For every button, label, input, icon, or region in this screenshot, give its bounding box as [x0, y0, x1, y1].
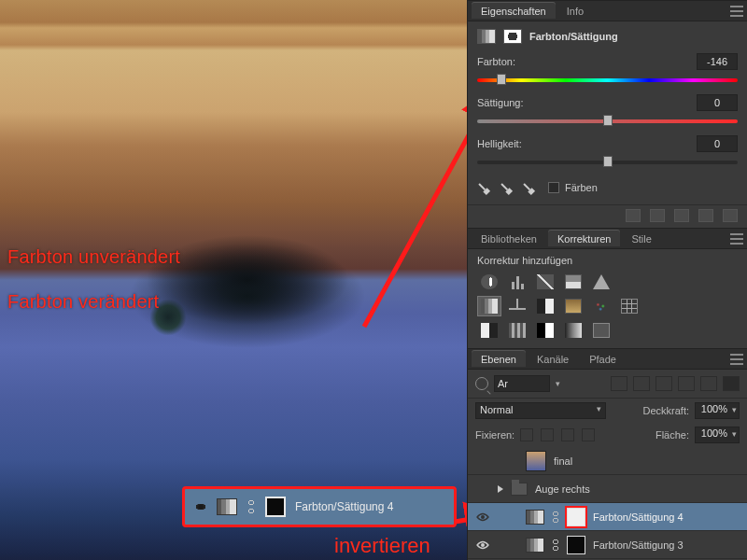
eyedropper-icon[interactable]	[474, 179, 493, 198]
annotation-layer-callout: Farbton/Sättigung 4	[182, 486, 457, 527]
layer-filter-input[interactable]	[494, 375, 550, 392]
tab-styles[interactable]: Stile	[622, 231, 660, 246]
link-icon[interactable]	[552, 511, 559, 524]
posterize-icon[interactable]	[505, 320, 529, 341]
panel-menu-icon[interactable]	[730, 233, 743, 245]
opacity-input[interactable]: 100%	[695, 402, 740, 419]
filter-type-icon[interactable]	[655, 376, 672, 391]
mask-thumbnail[interactable]	[567, 508, 585, 526]
layers-panel: Ebenen Kanäle Pfade ▾	[468, 348, 747, 560]
invert-icon[interactable]	[477, 320, 501, 341]
lock-pixels-icon[interactable]	[541, 428, 554, 441]
fill-input[interactable]: 100%	[695, 427, 740, 443]
float-layer-name: Farbton/Sättigung 4	[295, 500, 393, 513]
saturation-slider-thumb[interactable]	[603, 115, 613, 126]
eyedropper-add-icon[interactable]	[497, 179, 515, 198]
toggle-visibility-icon[interactable]	[698, 209, 713, 222]
color-lookup-icon[interactable]	[617, 296, 641, 316]
tab-libraries[interactable]: Bibliotheken	[472, 231, 546, 246]
gradient-map-icon[interactable]	[561, 320, 585, 341]
fill-label: Fläche:	[655, 429, 689, 441]
layer-name: final	[554, 455, 572, 467]
hue-value-input[interactable]: -146	[697, 53, 738, 70]
document-viewport[interactable]: Farbton unverändert Farbton verändert Fa…	[0, 0, 467, 560]
document-image	[0, 0, 467, 560]
visibility-toggle[interactable]	[475, 538, 490, 553]
adjustments-hint: Korrektur hinzufügen	[477, 255, 738, 266]
saturation-slider[interactable]	[477, 117, 738, 126]
hue-label: Farbton:	[477, 56, 515, 67]
visibility-toggle[interactable]	[475, 454, 490, 469]
reset-adjustment-icon[interactable]	[674, 209, 689, 222]
disclosure-triangle-icon[interactable]	[498, 485, 503, 493]
visibility-toggle[interactable]	[475, 510, 490, 525]
view-previous-state-icon[interactable]	[650, 209, 665, 222]
threshold-icon[interactable]	[533, 320, 557, 341]
selective-color-icon[interactable]	[589, 320, 613, 341]
layer-row-hue-sat-4[interactable]: Farbton/Sättigung 4	[468, 503, 747, 531]
lock-transparency-icon[interactable]	[520, 428, 533, 441]
saturation-label: Sättigung:	[477, 97, 524, 108]
lightness-slider-thumb[interactable]	[603, 156, 613, 167]
curves-icon[interactable]	[533, 272, 557, 292]
adjustment-thumbnail[interactable]	[526, 510, 544, 525]
layer-thumbnail[interactable]	[526, 451, 546, 471]
layer-name: Farbton/Sättigung 4	[593, 511, 684, 523]
saturation-value-input[interactable]: 0	[697, 94, 738, 111]
layer-row-final[interactable]: final	[468, 447, 747, 475]
eye-icon	[476, 540, 489, 550]
hue-slider-thumb[interactable]	[497, 74, 506, 85]
lightness-slider[interactable]	[477, 158, 738, 167]
lock-all-icon[interactable]	[582, 428, 595, 441]
blend-mode-select[interactable]: Normal	[475, 402, 606, 419]
adjustment-thumbnail[interactable]	[526, 538, 544, 553]
tab-channels[interactable]: Kanäle	[528, 351, 578, 367]
filter-pixel-icon[interactable]	[611, 376, 627, 391]
tab-adjustments[interactable]: Korrekturen	[548, 231, 620, 246]
levels-icon[interactable]	[505, 272, 529, 292]
hue-saturation-icon[interactable]	[477, 296, 501, 316]
hue-slider[interactable]	[477, 76, 738, 85]
lock-position-icon[interactable]	[561, 428, 574, 441]
properties-panel: Eigenschaften Info Farbton/Sättigung Far…	[468, 0, 747, 228]
layer-mask-black-thumbnail	[265, 497, 286, 517]
layer-row-group-auge-rechts[interactable]: Auge rechts	[468, 475, 747, 503]
panel-menu-icon[interactable]	[730, 354, 743, 365]
channel-mixer-icon[interactable]	[589, 296, 613, 316]
exposure-icon[interactable]	[561, 272, 585, 292]
eyedropper-subtract-icon[interactable]	[519, 179, 538, 198]
mask-thumbnail[interactable]	[567, 536, 585, 554]
vibrance-icon[interactable]	[589, 272, 613, 292]
annotation-hue-unchanged: Farbton unverändert	[7, 246, 180, 268]
tab-properties[interactable]: Eigenschaften	[472, 3, 556, 19]
adjustment-thumbnail-icon	[217, 498, 237, 515]
search-icon[interactable]	[475, 377, 488, 390]
lock-label: Fixieren:	[475, 429, 514, 441]
clip-to-layer-icon[interactable]	[626, 209, 641, 222]
mask-mode-icon[interactable]	[503, 29, 522, 44]
link-icon[interactable]	[552, 539, 559, 552]
filter-shape-icon[interactable]	[678, 376, 695, 391]
filter-smart-icon[interactable]	[700, 376, 717, 391]
tab-layers[interactable]: Ebenen	[472, 351, 526, 367]
lightness-label: Helligkeit:	[477, 138, 522, 149]
black-white-icon[interactable]	[533, 296, 557, 316]
tab-paths[interactable]: Pfade	[580, 351, 626, 367]
adjustment-type-icon[interactable]	[477, 29, 496, 44]
tab-info[interactable]: Info	[557, 3, 593, 19]
brightness-contrast-icon[interactable]	[477, 272, 501, 292]
visibility-toggle[interactable]	[475, 482, 490, 497]
panel-menu-icon[interactable]	[730, 6, 743, 17]
svg-point-3	[481, 515, 485, 519]
colorize-checkbox[interactable]	[548, 182, 559, 193]
delete-adjustment-icon[interactable]	[723, 209, 738, 222]
lightness-value-input[interactable]: 0	[697, 135, 738, 152]
color-balance-icon[interactable]	[505, 296, 529, 316]
filter-toggle-icon[interactable]	[723, 376, 740, 391]
adjustments-panel: Bibliotheken Korrekturen Stile Korrektur…	[468, 228, 747, 348]
link-icon	[247, 498, 256, 515]
layer-name: Auge rechts	[535, 483, 590, 495]
layer-row-hue-sat-3[interactable]: Farbton/Sättigung 3	[468, 531, 747, 559]
photo-filter-icon[interactable]	[561, 296, 585, 316]
filter-adjustment-icon[interactable]	[633, 376, 650, 391]
